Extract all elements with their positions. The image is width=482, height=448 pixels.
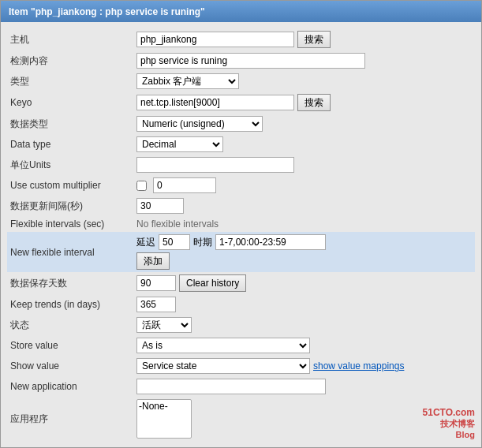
new-flexible-label: New flexible interval [7,232,133,272]
show-value-label: Show value [7,356,133,376]
apps-label: 应用程序 [7,397,133,441]
units-row: 单位Units [7,155,475,175]
multiplier-label: Use custom multiplier [7,175,133,196]
data-type-label: 数据类型 [7,114,133,134]
watermark-line3: Blog [423,430,475,439]
data-type-row: 数据类型 Numeric (unsigned) Numeric (float) … [7,114,475,134]
type-row: 类型 Zabbix 客户端 [7,71,475,91]
history-input[interactable] [136,275,176,291]
flexible-row: Flexible intervals (sec) No flexible int… [7,216,475,232]
form-table: 主机 搜索 检测内容 类型 Z [7,28,475,441]
status-label: 状态 [7,315,133,335]
new-flexible-row: New flexible interval 延迟 时期 添加 [7,232,475,272]
watermark: 51CTO.com 技术博客 Blog [423,407,475,439]
detect-row: 检测内容 [7,50,475,71]
units-input[interactable] [136,157,294,173]
data-format-label: Data type [7,134,133,155]
key-row: Keyo 搜索 [7,91,475,114]
multiplier-input[interactable] [153,177,216,193]
period-input[interactable] [215,234,326,250]
history-label: 数据保存天数 [7,272,133,294]
status-select[interactable]: 活跃 停用 [136,317,192,333]
detect-input[interactable] [136,53,365,69]
type-select[interactable]: Zabbix 客户端 [136,73,239,89]
key-label: Keyo [7,91,133,114]
flexible-text: No flexible intervals [136,218,219,230]
trends-input[interactable] [136,297,176,312]
interval-label: 数据更新间隔(秒) [7,196,133,216]
key-search-button[interactable]: 搜索 [297,94,331,111]
store-row: Store value As is Delta (speed per secon… [7,335,475,356]
add-flexible-button[interactable]: 添加 [136,252,170,270]
data-format-select[interactable]: Decimal Octal Hexadecimal [136,136,223,152]
history-row: 数据保存天数 Clear history [7,272,475,294]
window-title: Item "php_jiankong : php service is runi… [1,1,481,22]
delay-label: 延迟 [136,236,155,249]
interval-row: 数据更新间隔(秒) [7,196,475,216]
new-app-input[interactable] [136,379,326,394]
interval-input[interactable] [136,198,184,214]
units-label: 单位Units [7,155,133,175]
key-input[interactable] [136,95,294,110]
delay-input[interactable] [159,234,190,250]
type-label: 类型 [7,71,133,91]
host-label: 主机 [7,28,133,50]
store-select[interactable]: As is Delta (speed per second) Delta (si… [136,338,310,353]
clear-history-button[interactable]: Clear history [179,274,246,292]
new-app-label: New application [7,376,133,397]
multiplier-row: Use custom multiplier [7,175,475,196]
host-search-button[interactable]: 搜索 [297,31,331,48]
apps-row: 应用程序 -None- [7,397,475,441]
watermark-line1: 51CTO.com [423,407,475,418]
status-row: 状态 活跃 停用 [7,315,475,335]
store-label: Store value [7,335,133,356]
flexible-label: Flexible intervals (sec) [7,216,133,232]
data-type-select[interactable]: Numeric (unsigned) Numeric (float) Chara… [136,116,263,132]
multiplier-checkbox[interactable] [136,181,147,191]
watermark-line2: 技术博客 [423,418,475,430]
data-format-row: Data type Decimal Octal Hexadecimal [7,134,475,155]
detect-label: 检测内容 [7,50,133,71]
trends-label: Keep trends (in days) [7,294,133,315]
show-value-row: Show value Service state show value mapp… [7,356,475,376]
show-value-select[interactable]: Service state [136,358,310,374]
show-value-mappings-link[interactable]: show value mappings [313,360,404,371]
period-label: 时期 [193,236,212,249]
host-row: 主机 搜索 [7,28,475,50]
apps-listbox[interactable]: -None- [136,399,192,439]
trends-row: Keep trends (in days) [7,294,475,315]
new-app-row: New application [7,376,475,397]
host-input[interactable] [136,32,294,47]
